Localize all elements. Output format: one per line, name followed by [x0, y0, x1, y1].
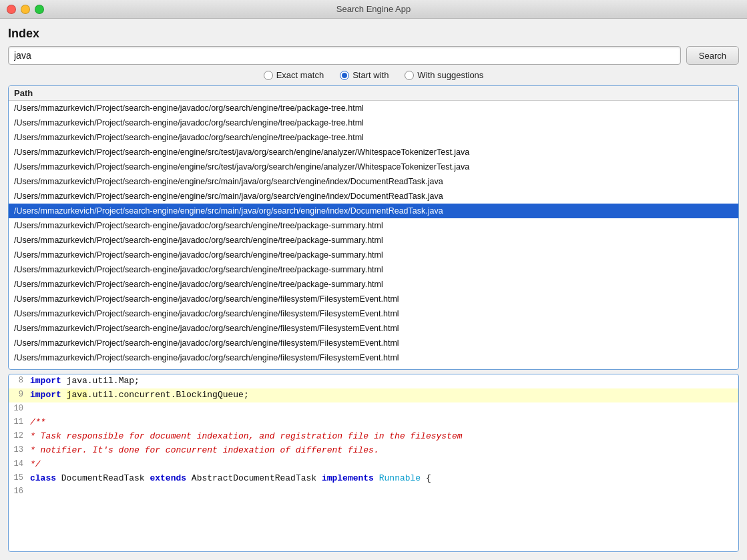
list-item: 14 */ [9, 458, 738, 472]
radio-suggest-label: With suggestions [417, 70, 483, 80]
list-item: 8import java.util.Map; [9, 374, 738, 388]
list-item: 9import java.util.concurrent.BlockingQue… [9, 388, 738, 402]
table-row[interactable]: /Users/mmazurkevich/Project/search-engin… [9, 321, 738, 336]
results-header: Path [9, 86, 738, 101]
list-item: 10 [9, 402, 738, 416]
radio-exact-circle[interactable] [264, 71, 273, 80]
table-row[interactable]: /Users/mmazurkevich/Project/search-engin… [9, 204, 738, 218]
line-number: 10 [9, 402, 30, 416]
line-content: class DocumentReadTask extends AbstractD… [30, 472, 445, 486]
list-item: 13 * notifier. It's done for concurrent … [9, 444, 738, 458]
radio-exact-label: Exact match [276, 70, 324, 80]
table-row[interactable]: /Users/mmazurkevich/Project/search-engin… [9, 292, 738, 306]
line-content: import java.util.concurrent.BlockingQueu… [30, 388, 262, 402]
line-number: 13 [9, 444, 30, 458]
radio-start-label: Start with [352, 70, 389, 80]
table-row[interactable]: /Users/mmazurkevich/Project/search-engin… [9, 189, 738, 204]
table-row[interactable]: /Users/mmazurkevich/Project/search-engin… [9, 160, 738, 174]
line-number: 8 [9, 374, 30, 388]
title-bar: Search Engine App [0, 0, 747, 19]
line-content [30, 402, 49, 416]
table-row[interactable]: /Users/mmazurkevich/Project/search-engin… [9, 233, 738, 248]
radio-start-with[interactable]: Start with [340, 70, 389, 80]
line-number: 14 [9, 458, 30, 472]
minimize-button[interactable] [21, 5, 30, 14]
line-content [30, 485, 49, 499]
code-panel: 8import java.util.Map;9import java.util.… [8, 374, 739, 552]
radio-options-row: Exact match Start with With suggestions [8, 69, 739, 81]
window-title: Search Engine App [336, 4, 411, 14]
results-list[interactable]: /Users/mmazurkevich/Project/search-engin… [9, 101, 738, 369]
window-controls[interactable] [7, 5, 44, 14]
window-content: Index Search Exact match Start with With… [0, 19, 747, 560]
line-content: * Task responsible for document indexati… [30, 430, 476, 444]
table-row[interactable]: /Users/mmazurkevich/Project/search-engin… [9, 365, 738, 369]
table-row[interactable]: /Users/mmazurkevich/Project/search-engin… [9, 277, 738, 292]
radio-start-circle[interactable] [340, 71, 349, 80]
list-item: 16 [9, 485, 738, 499]
table-row[interactable]: /Users/mmazurkevich/Project/search-engin… [9, 248, 738, 262]
table-row[interactable]: /Users/mmazurkevich/Project/search-engin… [9, 145, 738, 160]
radio-with-suggestions[interactable]: With suggestions [405, 70, 483, 80]
search-row: Search [8, 46, 739, 65]
search-button[interactable]: Search [686, 46, 739, 65]
table-row[interactable]: /Users/mmazurkevich/Project/search-engin… [9, 130, 738, 145]
close-button[interactable] [7, 5, 16, 14]
table-row[interactable]: /Users/mmazurkevich/Project/search-engin… [9, 101, 738, 115]
line-number: 16 [9, 485, 30, 499]
table-row[interactable]: /Users/mmazurkevich/Project/search-engin… [9, 115, 738, 130]
maximize-button[interactable] [35, 5, 44, 14]
radio-exact-match[interactable]: Exact match [264, 70, 324, 80]
list-item: 11/** [9, 416, 738, 430]
index-label: Index [8, 24, 739, 42]
search-input[interactable] [8, 46, 681, 65]
table-row[interactable]: /Users/mmazurkevich/Project/search-engin… [9, 306, 738, 321]
results-panel: Path /Users/mmazurkevich/Project/search-… [8, 85, 739, 370]
table-row[interactable]: /Users/mmazurkevich/Project/search-engin… [9, 350, 738, 365]
line-content: /** [30, 416, 59, 430]
list-item: 15class DocumentReadTask extends Abstrac… [9, 472, 738, 486]
table-row[interactable]: /Users/mmazurkevich/Project/search-engin… [9, 336, 738, 350]
line-number: 12 [9, 430, 30, 444]
line-number: 9 [9, 388, 30, 402]
line-number: 11 [9, 416, 30, 430]
table-row[interactable]: /Users/mmazurkevich/Project/search-engin… [9, 174, 738, 189]
line-number: 15 [9, 472, 30, 486]
line-content: */ [30, 458, 54, 472]
radio-suggest-circle[interactable] [405, 71, 414, 80]
line-content: import java.util.Map; [30, 374, 153, 388]
table-row[interactable]: /Users/mmazurkevich/Project/search-engin… [9, 262, 738, 277]
code-content[interactable]: 8import java.util.Map;9import java.util.… [9, 374, 738, 551]
table-row[interactable]: /Users/mmazurkevich/Project/search-engin… [9, 218, 738, 233]
line-content: * notifier. It's done for concurrent ind… [30, 444, 393, 458]
list-item: 12 * Task responsible for document index… [9, 430, 738, 444]
